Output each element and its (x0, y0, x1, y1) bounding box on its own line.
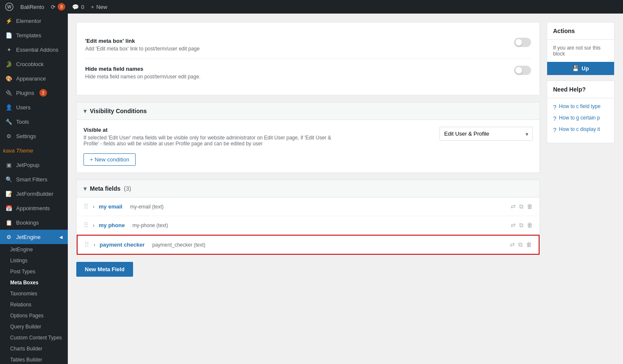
comments-btn[interactable]: 💬 0 (72, 4, 84, 10)
field-copy-icon[interactable]: ⧉ (519, 203, 523, 210)
visible-at-row: Visible at If selected 'Edit User' meta … (83, 127, 533, 147)
sidebar-item-elementor[interactable]: ⚡ Elementor (0, 14, 68, 28)
sidebar-sub-charts-builder[interactable]: Charts Builder (0, 343, 68, 354)
hide-meta-field-row: Hide meta field names Hide meta field na… (85, 59, 531, 86)
plugins-badge: 3 (39, 89, 47, 97)
comment-icon: 💬 (72, 4, 79, 10)
drag-handle-icon[interactable]: ⠿ (83, 221, 89, 229)
sidebar-sub-custom-content-types[interactable]: Custom Content Types (0, 332, 68, 343)
sidebar-item-settings[interactable]: ⚙ Settings (0, 129, 68, 143)
visible-at-select-wrapper: Edit User & Profile Edit User Edit Profi… (439, 127, 533, 141)
site-name: BaliRento (20, 4, 44, 10)
sidebar-item-jetengine[interactable]: ⚙ JetEngine ◀ (0, 230, 68, 244)
sidebar-sub-post-types[interactable]: Post Types (0, 266, 68, 277)
sidebar-arrow-icon: ◀ (59, 235, 63, 239)
sidebar-item-appointments[interactable]: 📅 Appointments (0, 201, 68, 215)
sidebar-sub-relations[interactable]: Relations (0, 299, 68, 310)
field-slug: my-phone (text) (132, 222, 168, 228)
sidebar-sub-meta-boxes[interactable]: Meta Boxes (0, 277, 68, 288)
sidebar-item-smart-filters[interactable]: 🔍 Smart Filters (0, 172, 68, 186)
actions-description: If you are not sur this block (547, 40, 614, 62)
field-convert-icon[interactable]: ⇄ (510, 241, 515, 248)
sidebar-item-kava[interactable]: kava Theme (0, 143, 68, 158)
sidebar-item-essential-addons[interactable]: ✦ Essential Addons (0, 42, 68, 57)
chevron-down-icon: ▾ (83, 108, 86, 114)
edit-meta-box-toggle[interactable] (514, 38, 531, 47)
sidebar-item-users[interactable]: 👤 Users (0, 100, 68, 114)
actions-card: Actions If you are not sur this block 💾 … (547, 22, 615, 75)
sidebar-item-crocoblock[interactable]: 🐊 Crocoblock (0, 57, 68, 71)
sidebar-sub-listings[interactable]: Listings (0, 255, 68, 266)
field-copy-icon[interactable]: ⧉ (519, 222, 523, 229)
sidebar-item-bookings[interactable]: 📋 Bookings (0, 215, 68, 230)
help-circle-icon: ? (553, 115, 556, 122)
sidebar-sub-taxonomies[interactable]: Taxonomies (0, 288, 68, 299)
field-delete-icon[interactable]: 🗑 (527, 203, 533, 210)
sidebar-item-templates[interactable]: 📄 Templates (0, 28, 68, 42)
sidebar-item-appearance[interactable]: 🎨 Appearance (0, 71, 68, 86)
update-button[interactable]: 💾 Up (547, 62, 614, 75)
bookings-icon: 📋 (5, 219, 13, 226)
wp-logo-icon: W (5, 3, 14, 11)
expand-arrow-icon[interactable]: › (93, 222, 95, 228)
meta-fields-title: Meta fields (90, 185, 120, 192)
field-convert-icon[interactable]: ⇄ (511, 222, 516, 229)
field-actions: ⇄ ⧉ 🗑 (511, 203, 533, 210)
sidebar-sub-options-pages[interactable]: Options Pages (0, 310, 68, 321)
admin-bar: W BaliRento ⟳ 8 💬 0 + New (0, 0, 623, 14)
drag-handle-icon[interactable]: ⠿ (83, 203, 89, 211)
help-link-3[interactable]: ? How to c display it (553, 126, 608, 133)
field-slug: payment_checker (text) (152, 242, 205, 248)
updates-btn[interactable]: ⟳ 8 (51, 3, 65, 11)
sidebar-item-label: Smart Filters (16, 176, 47, 183)
hide-meta-field-toggle[interactable] (514, 66, 531, 75)
sidebar-item-label: JetEngine (16, 234, 41, 240)
new-meta-field-button[interactable]: New Meta Field (76, 262, 133, 277)
meta-fields-count: (3) (124, 185, 131, 192)
jetpopup-icon: ▣ (5, 161, 13, 169)
wp-logo-btn[interactable]: W (5, 3, 14, 11)
field-actions: ⇄ ⧉ 🗑 (510, 241, 532, 248)
plus-icon: + (91, 4, 95, 10)
kava-icon: kava (5, 147, 13, 154)
save-icon: 💾 (572, 65, 579, 72)
field-name: payment checker (100, 242, 145, 248)
site-name-btn[interactable]: BaliRento (20, 4, 44, 10)
new-content-btn[interactable]: + New (91, 4, 108, 10)
sidebar-sub-tables-builder[interactable]: Tables Builder (0, 354, 68, 364)
toggle-info: 'Edit meta box' link Add 'Edit meta box'… (85, 38, 200, 52)
field-copy-icon[interactable]: ⧉ (518, 241, 523, 248)
essential-addons-icon: ✦ (5, 46, 13, 53)
sidebar-sub-query-builder[interactable]: Query Builder (0, 321, 68, 332)
sidebar-item-plugins[interactable]: 🔌 Plugins 3 (0, 86, 68, 100)
field-name: my phone (99, 222, 125, 228)
settings-icon: ⚙ (5, 132, 13, 140)
sidebar-sub-jetengine[interactable]: JetEngine (0, 244, 68, 255)
visibility-conditions-title: Visibility Conditions (90, 108, 147, 114)
sidebar-item-jetformbuilder[interactable]: 📝 JetFormBuilder (0, 186, 68, 201)
field-delete-icon[interactable]: 🗑 (527, 222, 533, 229)
expand-arrow-icon[interactable]: › (94, 242, 95, 248)
update-label: Up (581, 65, 589, 72)
drag-handle-icon[interactable]: ⠿ (84, 241, 89, 249)
jetformbuilder-icon: 📝 (5, 190, 13, 197)
field-delete-icon[interactable]: 🗑 (526, 241, 532, 248)
sidebar-item-label: Bookings (16, 220, 39, 226)
sidebar-item-tools[interactable]: 🔧 Tools (0, 114, 68, 129)
edit-meta-box-row: 'Edit meta box' link Add 'Edit meta box'… (85, 31, 531, 59)
svg-text:W: W (7, 5, 11, 9)
visible-at-select[interactable]: Edit User & Profile Edit User Edit Profi… (439, 127, 533, 141)
visible-at-label: Visible at (83, 127, 433, 133)
visibility-conditions-header[interactable]: ▾ Visibility Conditions (77, 103, 540, 120)
users-icon: 👤 (5, 103, 13, 111)
meta-fields-header[interactable]: ▾ Meta fields (3) (77, 180, 540, 197)
meta-field-row: ⠿ › my phone my-phone (text) ⇄ ⧉ 🗑 (77, 216, 540, 235)
plugins-icon: 🔌 (5, 89, 13, 97)
sidebar-item-label: Tools (16, 119, 29, 125)
expand-arrow-icon[interactable]: › (93, 204, 95, 210)
new-condition-button[interactable]: + New condition (83, 153, 136, 166)
sidebar-item-jetpopup[interactable]: ▣ JetPopup (0, 158, 68, 172)
help-link-2[interactable]: ? How to g certain p (553, 115, 608, 122)
help-link-1[interactable]: ? How to c field type (553, 103, 608, 111)
field-convert-icon[interactable]: ⇄ (511, 203, 516, 210)
